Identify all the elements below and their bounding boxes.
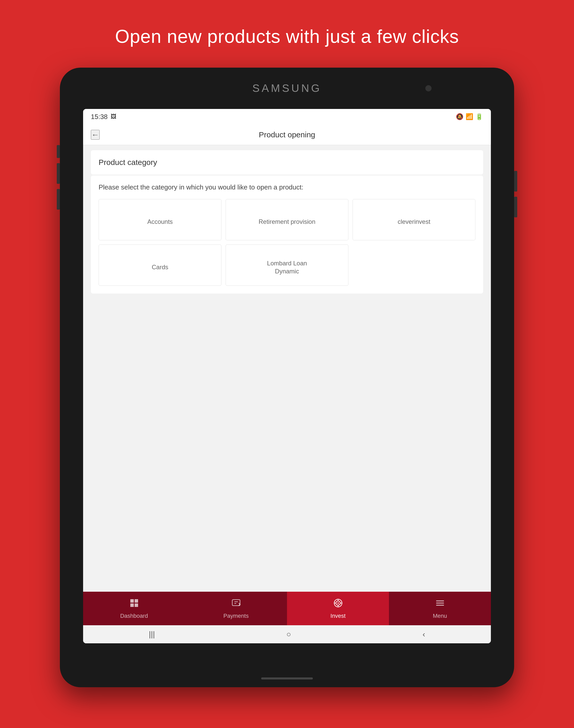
product-category-header: Product category (91, 150, 483, 174)
nav-item-dashboard[interactable]: Dashboard (83, 592, 185, 625)
cards-label: Cards (152, 263, 168, 271)
tablet-bottom (261, 643, 313, 687)
tablet-screen: 15:38 🖼 🔕 📶 🔋 ← Product opening Product … (83, 109, 491, 643)
svg-rect-18 (134, 599, 138, 603)
bottom-nav: Dashboard Payments (83, 592, 491, 625)
page-headline-text: Open new products with just a few clicks (115, 26, 459, 47)
android-nav: ||| ○ ‹ (83, 625, 491, 643)
app-header: ← Product opening (83, 124, 491, 145)
product-category-title: Product category (98, 158, 157, 166)
svg-point-27 (337, 602, 339, 604)
svg-rect-20 (134, 603, 138, 607)
retirement-label: Retirement provision (259, 217, 315, 226)
payments-label: Payments (223, 613, 249, 619)
category-item-retirement[interactable]: CHF Retirement provision (226, 199, 348, 240)
svg-rect-19 (130, 603, 134, 607)
back-button[interactable]: ← (91, 130, 99, 140)
select-prompt: Please select the category in which you … (98, 183, 476, 191)
android-home-button[interactable]: ○ (286, 630, 291, 639)
lombard-label: Lombard Loan Dynamic (267, 259, 307, 275)
dashboard-label: Dashboard (120, 613, 148, 619)
empty-cell (353, 244, 476, 286)
product-category-card: Product category (91, 150, 483, 174)
app-header-title: Product opening (259, 130, 315, 139)
category-grid: Accounts CHF Retirement provision (98, 199, 476, 286)
menu-icon (435, 598, 445, 611)
nav-item-payments[interactable]: Payments (185, 592, 287, 625)
android-back-button[interactable]: ‹ (422, 630, 425, 639)
status-photo-icon: 🖼 (111, 113, 116, 120)
payments-icon (231, 598, 241, 611)
nav-item-menu[interactable]: Menu (389, 592, 491, 625)
mute-icon: 🔕 (456, 113, 463, 120)
menu-label: Menu (433, 613, 447, 619)
status-bar: 15:38 🖼 🔕 📶 🔋 (83, 109, 491, 124)
dashboard-icon (129, 598, 139, 611)
category-item-lombard[interactable]: CHF Lombard Loan Dynamic (226, 244, 348, 286)
battery-icon: 🔋 (476, 113, 483, 120)
accounts-label: Accounts (148, 217, 173, 226)
status-time: 15:38 (91, 113, 108, 121)
tablet-device: SAMSUNG 15:38 🖼 🔕 📶 🔋 ← Product opening (60, 68, 514, 687)
samsung-logo: SAMSUNG (252, 82, 322, 94)
tablet-side-buttons (514, 171, 517, 217)
category-item-accounts[interactable]: Accounts (98, 199, 221, 240)
invest-label: Invest (330, 613, 345, 619)
camera-dot (425, 85, 432, 91)
svg-rect-22 (232, 599, 240, 605)
category-item-cleverinvest[interactable]: cleverinvest (353, 199, 476, 240)
wifi-icon: 📶 (465, 113, 473, 120)
cleverinvest-label: cleverinvest (398, 217, 430, 226)
home-indicator (261, 677, 313, 680)
nav-item-invest[interactable]: Invest (287, 592, 389, 625)
android-recent-button[interactable]: ||| (149, 630, 155, 639)
screen-content: Product category Please select the categ… (83, 145, 491, 592)
tablet-left-buttons (57, 145, 60, 210)
invest-icon (333, 598, 343, 611)
tablet-top-bar: SAMSUNG (60, 68, 514, 109)
product-category-body: Please select the category in which you … (91, 175, 483, 293)
category-item-cards[interactable]: Cards (98, 244, 221, 286)
